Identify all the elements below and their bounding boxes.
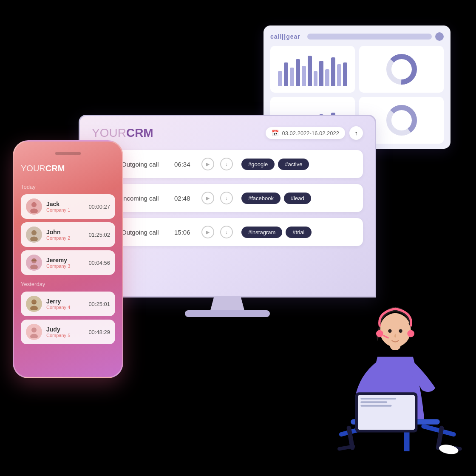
tag-active[interactable]: #active (278, 159, 309, 170)
contact-company-jack: Company 1 (46, 207, 84, 212)
contact-row-jerry[interactable]: Jerry Company 4 00:25:01 (21, 292, 115, 316)
svg-rect-30 (358, 395, 415, 430)
upload-button[interactable]: ↑ (349, 126, 363, 140)
person-illustration (323, 268, 468, 455)
bar-5 (302, 66, 306, 86)
bar-11 (337, 64, 341, 86)
svg-point-14 (30, 265, 38, 269)
svg-point-2 (394, 62, 409, 77)
contact-company-jeremy: Company 3 (46, 264, 84, 269)
svg-point-37 (399, 329, 402, 333)
svg-point-38 (376, 330, 383, 337)
mobile-crm-title: YOURCRM (21, 164, 115, 173)
avatar-jerry (26, 296, 42, 312)
analytics-globe-icon (435, 32, 444, 41)
bar-1 (278, 71, 282, 86)
call-row-1: Outgoing call 06:34 ▶ ↓ #google #active (92, 150, 363, 178)
svg-point-18 (31, 328, 37, 333)
contact-duration-jerry: 00:25:01 (88, 301, 110, 307)
phone-notch (55, 152, 81, 155)
monitor-stand (210, 298, 244, 310)
contact-name-jerry: Jerry (46, 298, 84, 305)
call-tags-3: #instagram #trial (241, 227, 312, 238)
contact-company-judy: Company 5 (46, 333, 84, 338)
avatar-jack (26, 198, 42, 215)
play-icon: ▶ (206, 162, 210, 167)
contact-duration-jack: 00:00:27 (88, 204, 110, 210)
play-button-1[interactable]: ▶ (201, 158, 214, 170)
svg-point-11 (31, 230, 37, 235)
analytics-search-bar (307, 34, 432, 40)
call-row-2: Incoming call 02:48 ▶ ↓ #facebook #lead (92, 184, 363, 212)
svg-point-9 (31, 202, 37, 207)
contact-row-john[interactable]: John Company 2 01:25:02 (21, 222, 115, 247)
bar-7 (314, 71, 318, 86)
svg-point-12 (30, 237, 38, 241)
call-duration-2: 02:48 (174, 195, 196, 202)
tag-facebook[interactable]: #facebook (241, 193, 280, 204)
contact-duration-john: 01:25:02 (88, 232, 110, 238)
section-label-today: Today (21, 184, 115, 190)
date-range-text: 03.02.2022-16.02.2022 (282, 130, 339, 136)
svg-rect-31 (360, 398, 396, 400)
analytics-donut-chart-1 (359, 46, 444, 93)
bar-8 (319, 61, 323, 86)
section-label-yesterday: Yesterday (21, 281, 115, 287)
svg-point-19 (30, 334, 38, 339)
analytics-logo: call||gear (270, 33, 300, 40)
svg-point-5 (394, 113, 409, 128)
svg-point-36 (388, 329, 391, 333)
tag-trial[interactable]: #trial (286, 227, 311, 238)
analytics-bar-chart-1 (270, 46, 355, 93)
crm-header: YOURCRM 📅 03.02.2022-16.02.2022 ↑ (92, 126, 363, 140)
svg-rect-32 (360, 401, 387, 403)
play-icon-2: ▶ (206, 196, 210, 201)
download-button-2[interactable]: ↓ (220, 192, 233, 204)
svg-point-10 (30, 209, 38, 213)
bar-9 (325, 69, 329, 86)
bar-chart-container (275, 52, 351, 86)
call-row-3: Outgoing call 15:06 ▶ ↓ #instagram #tria… (92, 218, 363, 246)
svg-rect-33 (360, 405, 391, 407)
tag-instagram[interactable]: #instagram (241, 227, 282, 238)
contact-duration-judy: 00:48:29 (88, 329, 110, 335)
contact-row-jack[interactable]: Jack Company 1 00:00:27 (21, 194, 115, 219)
contact-duration-jeremy: 00:04:56 (88, 260, 110, 266)
contact-info-jack: Jack Company 1 (46, 201, 84, 212)
download-button-1[interactable]: ↓ (220, 158, 233, 170)
call-type-3: Outgoing call (122, 229, 168, 236)
avatar-john (26, 227, 42, 243)
contact-info-jerry: Jerry Company 4 (46, 298, 84, 310)
analytics-header: call||gear (270, 32, 444, 41)
bar-4 (296, 59, 300, 86)
call-type-2: Incoming call (122, 195, 168, 202)
contact-company-jerry: Company 4 (46, 305, 84, 310)
call-duration-1: 06:34 (174, 161, 196, 168)
play-button-2[interactable]: ▶ (201, 192, 214, 204)
contact-info-judy: Judy Company 5 (46, 326, 84, 338)
download-button-3[interactable]: ↓ (220, 226, 233, 238)
contact-row-jeremy[interactable]: Jeremy Company 3 00:04:56 (21, 250, 115, 275)
svg-point-28 (438, 443, 459, 455)
download-icon: ↓ (225, 162, 228, 167)
tag-lead[interactable]: #lead (284, 193, 311, 204)
svg-point-17 (30, 306, 38, 311)
call-type-1: Outgoing call (122, 161, 168, 168)
date-picker[interactable]: 📅 03.02.2022-16.02.2022 (266, 127, 345, 139)
play-button-3[interactable]: ▶ (201, 226, 214, 238)
download-icon-3: ↓ (225, 230, 228, 235)
bar-12 (343, 62, 347, 86)
calendar-icon: 📅 (272, 130, 279, 136)
download-icon-2: ↓ (225, 196, 228, 201)
bar-6 (308, 56, 312, 86)
call-tags-2: #facebook #lead (241, 193, 311, 204)
donut-svg-1 (385, 52, 419, 86)
svg-rect-15 (31, 260, 37, 262)
avatar-judy (26, 324, 42, 340)
contact-row-judy[interactable]: Judy Company 5 00:48:29 (21, 320, 115, 344)
crm-desktop-title: YOURCRM (92, 126, 153, 140)
tag-google[interactable]: #google (241, 159, 275, 170)
play-icon-3: ▶ (206, 230, 210, 235)
mobile-phone: YOURCRM Today Jack Company 1 00:00:27 (13, 140, 123, 378)
call-duration-3: 15:06 (174, 229, 196, 236)
